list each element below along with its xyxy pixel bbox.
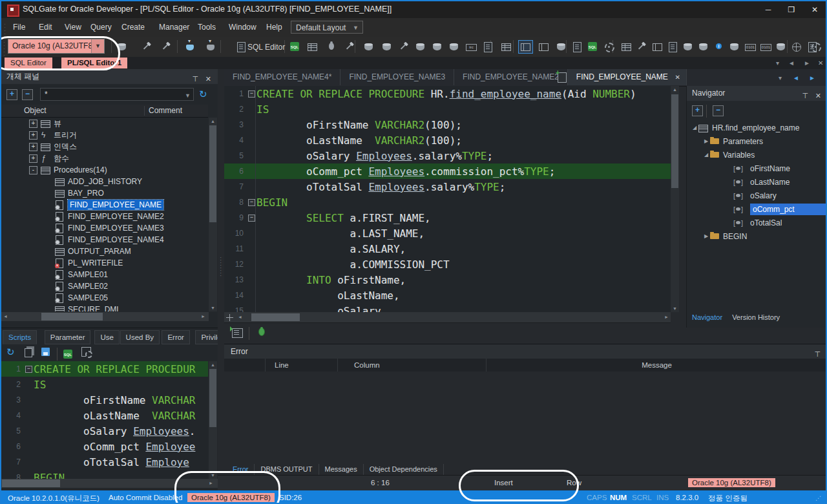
column-comment[interactable]: Comment bbox=[149, 106, 182, 115]
code-line-15[interactable]: 15 oSalary bbox=[224, 303, 671, 312]
script-options-icon[interactable]: SQL bbox=[587, 41, 598, 52]
code-line-2[interactable]: 2IS bbox=[224, 101, 671, 117]
debug-bug-icon[interactable] bbox=[255, 326, 267, 337]
navigator-item-hr.find_employee_name[interactable]: ◢HR.find_employee_name bbox=[687, 121, 827, 134]
code-line-7[interactable]: 7 oTotalSal Employe bbox=[1, 454, 208, 470]
preview-vscrollbar[interactable]: ▲ ▼ bbox=[209, 361, 217, 479]
web-sync-icon[interactable] bbox=[791, 41, 802, 52]
object-explorer-icon[interactable] bbox=[482, 41, 494, 52]
select-data-icon[interactable] bbox=[682, 41, 694, 52]
code-line-10[interactable]: 10 a.LAST_NAME, bbox=[224, 226, 671, 241]
tree-item-procedures(14)[interactable]: -Procedures(14) bbox=[1, 164, 208, 176]
close-icon[interactable]: ✕ bbox=[205, 72, 211, 87]
tree-item-secure_dml[interactable]: SECURE_DML bbox=[1, 304, 208, 311]
code-line-3[interactable]: 3 oFirstName VARCHAR bbox=[1, 392, 208, 408]
tree-item-pl_writefile[interactable]: ✕PL_WRITEFILE bbox=[1, 257, 208, 269]
tab-parameter[interactable]: Parameter bbox=[45, 330, 91, 344]
tab-sql-editor[interactable]: SQL Editor bbox=[5, 58, 52, 68]
tab-used-by[interactable]: Used By bbox=[120, 330, 160, 344]
menu-query[interactable]: Query bbox=[90, 23, 112, 32]
tab-navigator[interactable]: Navigator bbox=[688, 313, 726, 321]
expand-all-button[interactable]: + bbox=[692, 105, 703, 116]
navigator-item-parameters[interactable]: ▶Parameters bbox=[687, 134, 827, 148]
tree-item-find_employee_name4[interactable]: FIND_EMPLOYEE_NAME4 bbox=[1, 234, 208, 246]
tree-item-find_employee_name[interactable]: FIND_EMPLOYEE_NAME bbox=[1, 199, 208, 211]
console-tab-error[interactable]: Error bbox=[227, 464, 255, 475]
code-line-1[interactable]: 1−CREATE OR REPLACE PROCEDURE HR.find_em… bbox=[224, 86, 671, 101]
save-icon[interactable] bbox=[41, 348, 50, 356]
layout-left-icon[interactable] bbox=[500, 41, 512, 52]
navigator-item-olastname[interactable]: []oLastName bbox=[687, 175, 827, 189]
menu-manager[interactable]: Manager bbox=[159, 23, 189, 32]
code-line-2[interactable]: 2IS bbox=[1, 377, 208, 392]
code-line-13[interactable]: 13 INTO oFirstName, bbox=[224, 272, 671, 288]
data-import-icon[interactable] bbox=[775, 41, 787, 52]
schema-browser-icon[interactable] bbox=[344, 41, 355, 52]
code-line-14[interactable]: 14 oLastName, bbox=[224, 288, 671, 303]
editor-tab-find_employee_name[interactable]: FIND_EMPLOYEE_NAME✕ bbox=[568, 69, 687, 85]
expand-icon[interactable]: + bbox=[29, 154, 37, 163]
restore-window-icon[interactable] bbox=[636, 41, 647, 52]
connection-select[interactable]: Oracle 10g (AL32UTF8) ▼ bbox=[8, 39, 105, 54]
close-icon[interactable]: ✕ bbox=[675, 69, 680, 85]
pin-icon[interactable]: ⊤ bbox=[192, 72, 198, 87]
tree-item-뷰[interactable]: +뷰 bbox=[1, 118, 208, 129]
expand-all-button[interactable]: + bbox=[6, 89, 17, 100]
data-dictionary-icon[interactable] bbox=[432, 41, 443, 52]
column-line[interactable]: Line bbox=[266, 359, 338, 372]
object-filter-input[interactable]: * ▼ bbox=[40, 88, 194, 101]
copy-icon[interactable] bbox=[25, 348, 32, 357]
export-sql-icon[interactable]: SQL bbox=[63, 347, 72, 359]
editor-tab-find_employee_name2[interactable]: FIND_EMPLOYEE_NAME2 bbox=[454, 69, 568, 85]
tree-item-sample01[interactable]: SAMPLE01 bbox=[1, 269, 208, 280]
tree-item-output_param[interactable]: OUTPUT_PARAM bbox=[1, 246, 208, 257]
code-line-5[interactable]: 5 oSalary Employees. bbox=[1, 423, 208, 439]
vertical-splitter[interactable]: ········ bbox=[218, 69, 224, 489]
close-button[interactable]: ✕ bbox=[805, 3, 824, 16]
code-line-6[interactable]: 6 oComm_pct Employees.commission_pct%TYP… bbox=[224, 163, 671, 179]
schedule-icon[interactable]: i bbox=[713, 41, 725, 52]
code-line-11[interactable]: 11 a.SALARY, bbox=[224, 241, 671, 257]
tab-plsql-editor1[interactable]: PL/SQL Editor1 bbox=[61, 58, 127, 68]
tree-item-sample05[interactable]: SAMPLE05 bbox=[1, 292, 208, 304]
collapse-icon[interactable]: - bbox=[29, 166, 37, 174]
code-line-9[interactable]: 9− SELECT a.FIRST_NAME, bbox=[224, 210, 671, 226]
refresh-icon[interactable]: ↻ bbox=[199, 89, 207, 100]
code-line-4[interactable]: 4 oLastName VARCHAR2(100); bbox=[224, 132, 671, 148]
code-line-8[interactable]: 8BEGIN bbox=[1, 470, 208, 479]
tree-item-sample02[interactable]: SAMPLE02 bbox=[1, 280, 208, 292]
tab-use[interactable]: Use bbox=[94, 330, 119, 344]
collapse-all-button[interactable]: − bbox=[713, 105, 724, 116]
object-tree-vscrollbar[interactable]: ▲ ▼ bbox=[209, 118, 217, 311]
tabbar-dropdown-icon[interactable]: ▾ bbox=[776, 59, 779, 67]
er-diagram-icon[interactable]: SQL bbox=[289, 41, 300, 52]
menu-view[interactable]: View bbox=[65, 23, 81, 32]
debugger-icon[interactable] bbox=[306, 41, 318, 52]
sql-script-icon[interactable] bbox=[571, 41, 583, 52]
tree-item-함수[interactable]: +ƒ함수 bbox=[1, 152, 208, 164]
refresh-icon[interactable]: ↻ bbox=[6, 346, 15, 358]
code-line-7[interactable]: 7 oTotalSal Employees.salary%TYPE; bbox=[224, 179, 671, 194]
data-export-icon[interactable]: 0101 bbox=[760, 41, 771, 52]
splitter-handle-icon[interactable] bbox=[226, 314, 233, 321]
minimize-button[interactable]: ─ bbox=[759, 3, 778, 16]
tree-item-트리거[interactable]: +ϟ트리거 bbox=[1, 129, 208, 141]
attach-file-icon[interactable] bbox=[381, 41, 393, 52]
expand-icon[interactable]: + bbox=[29, 120, 37, 128]
report-icon[interactable]: trc bbox=[465, 41, 477, 52]
code-line-1[interactable]: 1−CREATE OR REPLACE PROCEDUR bbox=[1, 361, 208, 377]
sql-editor-button-label[interactable]: SQL Editor bbox=[247, 43, 285, 52]
script-options-icon[interactable] bbox=[81, 347, 91, 357]
binary-export-icon[interactable] bbox=[729, 41, 740, 52]
menu-window[interactable]: Window bbox=[229, 23, 256, 32]
expand-icon[interactable]: + bbox=[29, 143, 37, 151]
table-data-icon[interactable] bbox=[667, 41, 678, 52]
new-tab-icon[interactable] bbox=[558, 72, 567, 83]
tree-item-find_employee_name2[interactable]: FIND_EMPLOYEE_NAME2 bbox=[1, 211, 208, 222]
connect-icon[interactable] bbox=[141, 41, 152, 52]
menu-edit[interactable]: Edit bbox=[39, 23, 52, 32]
code-line-6[interactable]: 6 oComm_pct Employee bbox=[1, 439, 208, 454]
tabbar-close-icon[interactable]: ✕ bbox=[818, 59, 823, 67]
navigator-item-osalary[interactable]: []oSalary bbox=[687, 189, 827, 202]
console-tab-messages[interactable]: Messages bbox=[319, 464, 364, 475]
